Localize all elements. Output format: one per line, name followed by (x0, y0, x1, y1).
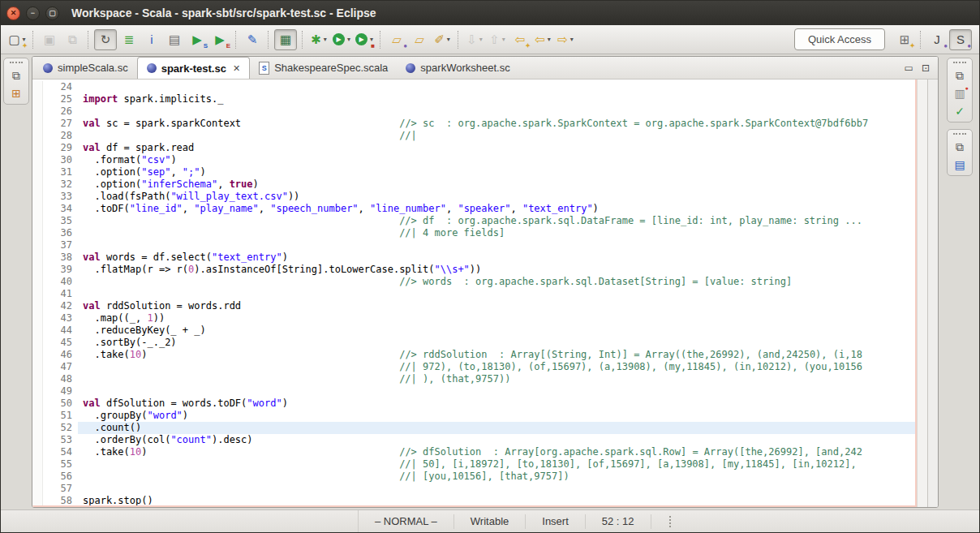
back-button[interactable]: ⇦▾ (532, 30, 553, 49)
forward-button[interactable]: ⇨▾ (555, 30, 576, 49)
scala-perspective-icon: S (956, 33, 965, 45)
restore-view-icon[interactable]: ⧉ (956, 141, 964, 153)
code-line[interactable]: 24 (32, 81, 938, 93)
restore-view-icon[interactable]: ⧉ (956, 70, 964, 81)
code-line[interactable]: 30 .format("csv") (32, 154, 938, 166)
open-perspective-button[interactable]: ⊞✦ (894, 30, 915, 49)
code-line[interactable]: 46 .take(10) //> rddSolution : Array[(St… (32, 349, 938, 361)
overview-ruler[interactable] (927, 80, 938, 507)
drag-handle[interactable] (953, 133, 966, 135)
java-perspective-button[interactable]: J● (926, 30, 948, 49)
code-line[interactable]: 36 //| 4 more fields] (32, 227, 938, 239)
run-scala-file-button[interactable]: ▶S (187, 30, 208, 49)
new-wizard-button[interactable]: ▢✦▾ (6, 30, 28, 49)
code-line[interactable]: 52 .count() (32, 422, 938, 434)
document-button[interactable]: ▤ (164, 30, 185, 49)
scala-perspective-button[interactable]: S● (949, 29, 972, 50)
code-line[interactable]: 26 (32, 105, 938, 118)
annotation-ruler (32, 434, 43, 446)
code-line[interactable]: 54 .take(10) //> dfSolution : Array[org.… (32, 446, 938, 458)
code-line[interactable]: 35 //> df : org.apache.spark.sql.DataFra… (32, 215, 938, 227)
worksheet-output: //> rddSolution : Array[(String, Int)] =… (399, 349, 862, 360)
code-line[interactable]: 29val df = spark.read (32, 142, 938, 154)
refresh-toggle-button[interactable]: ↻ (94, 29, 117, 50)
code-text: val df = spark.read (78, 142, 938, 154)
line-number: 51 (43, 410, 78, 422)
drag-handle[interactable] (953, 62, 966, 63)
code-line[interactable]: 56 //| [you,10156], [that,9757]) (32, 471, 938, 483)
toolbar-separator (920, 31, 922, 49)
code-line[interactable]: 45 .sortBy(-_._2) (32, 337, 938, 349)
import-icon: ▱ (392, 33, 402, 45)
annotation-ruler (32, 483, 43, 495)
scalatest-view-icon[interactable]: ▥● (954, 88, 965, 99)
code-line[interactable]: 50val dfSolution = words.toDF("word") (32, 398, 938, 410)
code-line[interactable]: 57 (32, 483, 938, 495)
worksheet-eval-toggle-button[interactable]: ▦ (274, 29, 297, 50)
tab-spark-test-sc[interactable]: spark-test.sc✕ (137, 57, 250, 79)
code-line[interactable]: 41 (32, 288, 938, 300)
code-line[interactable]: 28 //| (32, 130, 938, 142)
code-line[interactable]: 42val rddSolution = words.rdd (32, 300, 938, 312)
code-line[interactable]: 34 .toDF("line_id", "play_name", "speech… (32, 203, 938, 215)
tab-sparkworksheet-sc[interactable]: sparkWorksheet.sc (397, 57, 518, 79)
marker-button[interactable]: ✐▾ (432, 30, 453, 49)
line-number: 30 (43, 154, 78, 166)
code-line[interactable]: 47 //| 972), (to,18130), (of,15697), (a,… (32, 361, 938, 373)
code-line[interactable]: 38val words = df.select("text_entry") (32, 251, 938, 264)
window-maximize-button[interactable]: ▢ (45, 6, 59, 20)
tab-shakespearespec-scala[interactable]: SShakespeareSpec.scala (250, 57, 397, 79)
needle-button[interactable]: ✎ (242, 30, 263, 49)
code-line[interactable]: 43 .map((_, 1)) (32, 312, 938, 325)
package-explorer-view-icon[interactable]: ⊞ (11, 88, 21, 99)
run-scala-tests-button[interactable]: ▶E (209, 30, 230, 49)
code-line[interactable]: 32 .option("inferSchema", true) (32, 178, 938, 191)
restore-view-icon[interactable]: ⧉ (12, 70, 20, 81)
code-text: val words = df.select("text_entry") (78, 251, 938, 264)
open-folder-button[interactable]: ▱ (409, 30, 430, 49)
badge-icon: ✦ (909, 43, 915, 49)
code-line[interactable]: 51 .groupBy("word") (32, 410, 938, 422)
code-text: .sortBy(-_._2) (78, 337, 938, 349)
annotation-ruler (32, 288, 43, 300)
last-edit-location-button[interactable]: ⇦✦ (509, 30, 531, 49)
editor-scrollbar[interactable] (917, 80, 928, 507)
code-line[interactable]: 53 .orderBy(col("count").desc) (32, 434, 938, 446)
code-editor[interactable]: 2425import spark.implicits._2627val sc =… (32, 80, 938, 507)
editor-minimize-button[interactable]: ▭ (905, 62, 913, 74)
code-line[interactable]: 48 //| ), (that,9757)) (32, 373, 938, 385)
debug-button[interactable]: ✱▾ (308, 30, 329, 49)
toolbar-separator (302, 31, 303, 49)
tab-label: spark-test.sc (161, 62, 226, 75)
code-line[interactable]: 31 .option("sep", ";") (32, 166, 938, 178)
quick-access-button[interactable]: Quick Access (794, 28, 885, 50)
code-line[interactable]: 33 .load(fsPath("will_play_text.csv")) (32, 191, 938, 203)
window-close-button[interactable]: ✕ (6, 6, 20, 20)
run-button[interactable]: ▶▾ (331, 30, 352, 49)
save-icon: ▣ (44, 33, 55, 45)
close-icon[interactable]: ✕ (233, 63, 240, 74)
code-line[interactable]: 37 (32, 239, 938, 251)
annotation-ruler (32, 385, 43, 398)
import-button[interactable]: ▱● (386, 30, 407, 49)
code-line[interactable]: 39 .flatMap(r => r(0).asInstanceOf[Strin… (32, 264, 938, 276)
code-line[interactable]: 27val sc = spark.sparkContext //> sc : o… (32, 118, 938, 130)
window-title: Workspace - Scala - spark-sbt/src/spark-… (71, 6, 376, 19)
run-external-button[interactable]: ▶■▾ (354, 30, 375, 49)
outline-view-icon[interactable]: ▤ (954, 159, 965, 170)
code-line[interactable]: 44 .reduceByKey(_ + _) (32, 325, 938, 337)
format-button[interactable]: ≣ (118, 30, 140, 49)
code-line[interactable]: 49 (32, 385, 938, 398)
line-number: 40 (43, 276, 78, 288)
code-line[interactable]: 40 //> words : org.apache.spark.sql.Data… (32, 276, 938, 288)
tasks-view-icon[interactable]: ✓ (955, 105, 965, 117)
line-number: 38 (43, 251, 78, 264)
code-line[interactable]: 55 //| 50], [i,18972], [to,18130], [of,1… (32, 458, 938, 471)
info-button[interactable]: i (141, 30, 162, 49)
code-line[interactable]: 25import spark.implicits._ (32, 93, 938, 105)
worksheet-eval-toggle-icon: ▦ (280, 33, 291, 45)
editor-maximize-button[interactable]: ⊡ (922, 62, 930, 74)
drag-handle[interactable] (10, 62, 23, 63)
window-minimize-button[interactable]: − (26, 6, 40, 20)
tab-simplescala-sc[interactable]: simpleScala.sc (34, 57, 137, 79)
